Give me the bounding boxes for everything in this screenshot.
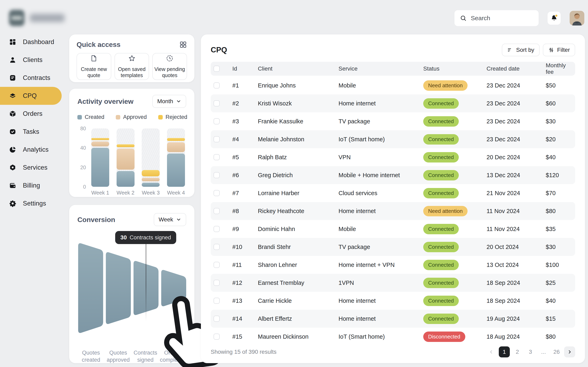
status-badge: Connected [423,242,459,252]
table-row[interactable]: #4Melanie JohnstonIoT (Smart home)Connec… [211,130,575,148]
bar-segment-rejected[interactable] [91,138,109,140]
pagination-prev-button[interactable] [486,346,497,358]
activity-chart: 8040200 Week 1Week 2Week 3Week 4 [77,128,186,196]
cell-id: #6 [232,172,258,179]
row-checkbox[interactable] [214,172,220,178]
row-checkbox[interactable] [214,316,220,322]
row-checkbox[interactable] [214,190,220,196]
sidebar-item-billing[interactable]: Billing [0,176,62,194]
table-row[interactable]: #8Rickey HeathcoteHome internetNeed atte… [211,202,575,220]
sidebar-item-label: Tasks [23,128,39,135]
sidebar-item-settings[interactable]: Settings [0,194,62,212]
sidebar-item-cpq[interactable]: CPQ [0,87,62,105]
topbar [454,10,584,26]
table-row[interactable]: #5Ralph BatzVPNConnected20 Dec 2024$40 [211,148,575,166]
row-checkbox[interactable] [214,280,220,286]
pagination-page-2[interactable]: 2 [512,346,523,358]
sidebar-item-analytics[interactable]: Analytics [0,141,62,159]
table-row[interactable]: #13Carrie HickleHome internetConnected18… [211,292,575,310]
activity-period-select[interactable]: Month [152,95,186,108]
activity-legend: CreatedApprovedRejected [77,114,186,120]
table-row[interactable]: #15Maureen DickinsonIoT (Smart home)Disc… [211,328,575,346]
row-checkbox[interactable] [214,154,220,160]
cell-id: #2 [232,100,258,107]
conversion-card: Conversion Week 30 Contracts signed [69,205,194,363]
bar-segment-rejected[interactable] [167,138,185,141]
cell-monthly-fee: $30 [546,244,574,250]
row-checkbox[interactable] [214,226,220,232]
chevron-down-icon [176,217,181,222]
funnel-stage-quotes-approved[interactable] [106,252,131,324]
pagination-next-button[interactable] [564,346,575,358]
search-input[interactable] [470,15,533,22]
bar-segment-rejected[interactable] [142,170,160,176]
legend-item-created: Created [77,114,104,120]
quick-access-card: Quick access Create new quoteOpen saved … [69,34,194,82]
row-checkbox[interactable] [214,136,220,142]
cell-monthly-fee: $100 [546,262,574,268]
cell-status: Connected [423,260,486,270]
row-checkbox[interactable] [214,208,220,214]
row-checkbox[interactable] [214,334,220,340]
search-bar[interactable] [454,10,539,26]
sidebar-item-services[interactable]: Services [0,159,62,176]
table-body: #1Enrique JohnsMobileNeed attention23 De… [211,76,575,346]
quick-action-view-pending-quotes[interactable]: View pending quotes [152,53,187,80]
row-checkbox[interactable] [214,262,220,268]
bar-segment-approved[interactable] [91,142,109,146]
notifications-button[interactable] [548,12,561,25]
contracts-icon [9,74,16,82]
table-row[interactable]: #1Enrique JohnsMobileNeed attention23 De… [211,76,575,94]
settings-icon [9,200,16,207]
cell-client: Maureen Dickinson [258,333,338,340]
table-row[interactable]: #10Brandi StehrTV packageConnected20 Oct… [211,238,575,256]
table-row[interactable]: #2Kristi WisozkHome internetConnected23 … [211,94,575,112]
sidebar-item-orders[interactable]: Orders [0,105,62,123]
table-row[interactable]: #12Earnest Tremblay1VPNConnected18 Sep 2… [211,274,575,292]
row-checkbox[interactable] [214,298,220,304]
bar-segment-approved[interactable] [117,149,135,170]
table-row[interactable]: #3Frankie KassulkeTV packageConnected23 … [211,112,575,130]
table-row[interactable]: #9Dominic HahnMobileConnected11 Nov 2024… [211,220,575,238]
table-row[interactable]: #7Lorraine HarberCloud servicesConnected… [211,184,575,202]
bar-segment-created[interactable] [167,154,185,187]
row-checkbox[interactable] [214,244,220,250]
cell-created-date: 11 Nov 2024 [486,226,546,233]
table-row[interactable]: #11Sharon LehnerHome internet + VPNConne… [211,256,575,274]
sidebar-item-clients[interactable]: Clients [0,51,62,69]
user-avatar[interactable] [570,11,584,25]
pagination-page-26[interactable]: 26 [551,346,562,358]
bar-segment-created[interactable] [142,183,160,187]
bar-segment-created[interactable] [91,148,109,187]
activity-card: Activity overview Month CreatedApprovedR… [69,89,194,197]
cpq-icon [9,92,16,100]
row-checkbox[interactable] [214,118,220,124]
cell-client: Frankie Kassulke [258,118,338,125]
conversion-period-select[interactable]: Week [154,213,186,226]
quick-action-create-new-quote[interactable]: Create new quote [77,53,111,80]
x-axis-label: Week 1 [91,190,109,196]
quick-action-open-saved-templates[interactable]: Open saved templates [114,53,149,80]
sidebar-item-dashboard[interactable]: Dashboard [0,33,62,51]
bar-segment-approved[interactable] [142,178,160,181]
cell-monthly-fee: $20 [546,136,574,143]
funnel-stage-quotes-created[interactable] [78,243,103,333]
row-checkbox[interactable] [214,100,220,106]
sidebar-item-contracts[interactable]: Contracts [0,69,62,87]
table-row[interactable]: #14Albert EffertzHome internetConnected1… [211,310,575,328]
conversion-title: Conversion [77,216,115,224]
bar-segment-created[interactable] [117,171,135,187]
bar-segment-rejected[interactable] [117,144,135,147]
pagination-page-1[interactable]: 1 [499,346,510,358]
bar-segment-approved[interactable] [167,142,185,152]
sort-button[interactable]: Sort by [502,44,540,56]
select-all-checkbox[interactable] [214,66,220,72]
apps-grid-icon[interactable] [179,41,187,49]
status-badge: Connected [423,152,459,162]
table-row[interactable]: #6Greg DietrichMobile + Home internetCon… [211,166,575,184]
pagination-page-3[interactable]: 3 [525,346,536,358]
sidebar-item-tasks[interactable]: Tasks [0,123,62,141]
row-checkbox[interactable] [214,82,220,89]
filter-button[interactable]: Filter [543,44,575,56]
cell-status: Connected [423,242,486,252]
